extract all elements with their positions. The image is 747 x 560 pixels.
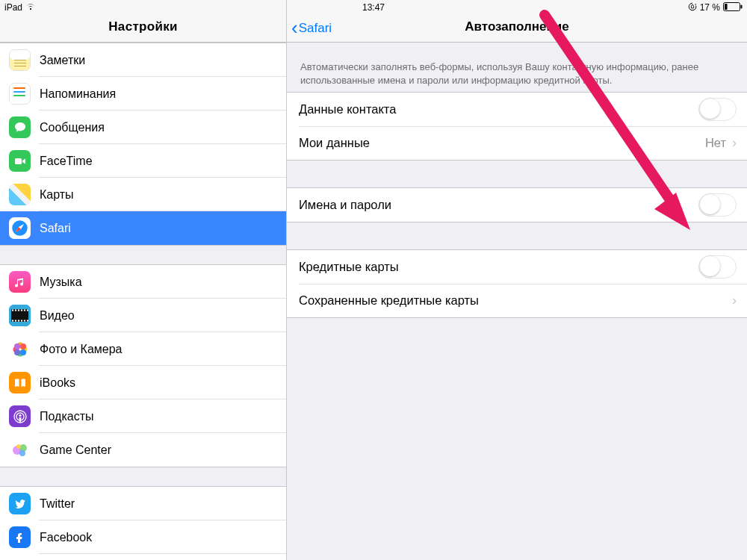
- sidebar-item-music[interactable]: Музыка: [0, 265, 286, 299]
- sidebar-item-podcasts[interactable]: Подкасты: [0, 399, 286, 433]
- reminders-icon: [9, 83, 31, 105]
- photos-icon: [9, 338, 31, 360]
- sidebar-item-ibooks[interactable]: iBooks: [0, 366, 286, 399]
- svg-rect-15: [27, 310, 28, 311]
- sidebar-item-photos[interactable]: Фото и Камера: [0, 332, 286, 366]
- cell-title: Имена и пароли: [299, 198, 698, 212]
- battery-icon: [723, 2, 743, 13]
- cell-credit-cards[interactable]: Кредитные карты: [287, 250, 747, 284]
- notes-icon: [9, 49, 31, 71]
- detail-title: Автозаполнение: [465, 19, 568, 34]
- svg-rect-19: [21, 320, 22, 322]
- svg-point-36: [16, 444, 21, 449]
- cell-title: Сохраненные кредитные карты: [299, 293, 732, 308]
- sidebar-item-label: Напоминания: [40, 87, 116, 101]
- svg-point-29: [14, 343, 20, 349]
- svg-point-32: [19, 414, 21, 416]
- detail-pane: ‹ Safari Автозаполнение Автоматически за…: [287, 0, 747, 560]
- svg-rect-8: [11, 309, 28, 311]
- svg-rect-18: [18, 320, 19, 322]
- sidebar-item-video[interactable]: Видео: [0, 299, 286, 332]
- battery-percent: 17 %: [700, 2, 720, 13]
- twitter-icon: [9, 493, 31, 514]
- group-contact: Данные контакта Мои данные Нет ›: [287, 92, 747, 161]
- sidebar-item-flickr[interactable]: Flickr: [0, 554, 286, 560]
- svg-point-26: [20, 343, 26, 349]
- rotation-lock-icon: [688, 2, 697, 13]
- video-icon: [9, 305, 31, 326]
- sidebar-item-label: Twitter: [40, 497, 75, 511]
- group-cards: Кредитные карты Сохраненные кредитные ка…: [287, 249, 747, 318]
- status-bar: iPad 13:47 17 %: [0, 0, 747, 15]
- sidebar-item-messages[interactable]: Сообщения: [0, 111, 286, 144]
- facebook-icon: [9, 526, 31, 548]
- podcasts-icon: [9, 405, 31, 427]
- sidebar-item-label: Заметки: [40, 54, 85, 67]
- sidebar-item-label: Карты: [40, 188, 74, 202]
- sidebar-item-safari[interactable]: Safari: [0, 211, 286, 245]
- sidebar-item-reminders[interactable]: Напоминания: [0, 77, 286, 111]
- svg-rect-7: [11, 311, 28, 320]
- svg-rect-16: [12, 320, 13, 322]
- chevron-left-icon: ‹: [291, 22, 298, 34]
- back-label: Safari: [299, 21, 332, 36]
- sidebar-item-label: Подкасты: [40, 410, 93, 423]
- back-button[interactable]: ‹ Safari: [291, 21, 332, 36]
- section-caption: Автоматически заполнять веб-формы, испол…: [287, 60, 747, 92]
- maps-icon: [9, 184, 31, 205]
- device-label: iPad: [4, 2, 22, 13]
- svg-point-27: [20, 349, 26, 355]
- sidebar-item-maps[interactable]: Карты: [0, 178, 286, 211]
- ibooks-icon: [9, 372, 31, 393]
- sidebar-item-label: Game Center: [40, 444, 111, 457]
- sidebar-item-label: Видео: [40, 309, 75, 323]
- svg-rect-1: [725, 4, 728, 10]
- group-passwords: Имена и пароли: [287, 187, 747, 223]
- svg-rect-20: [24, 320, 25, 322]
- cell-my-data[interactable]: Мои данные Нет ›: [287, 126, 747, 160]
- sidebar-item-label: iBooks: [40, 376, 75, 390]
- svg-rect-3: [15, 158, 22, 164]
- sidebar-item-notes[interactable]: Заметки: [0, 43, 286, 77]
- sidebar-item-facetime[interactable]: FaceTime: [0, 144, 286, 178]
- sidebar-item-label: Сообщения: [40, 121, 105, 134]
- settings-sidebar: Настройки Заметки Напоминания Сообщения …: [0, 0, 287, 560]
- toggle-contact-data[interactable]: [698, 98, 737, 121]
- cell-title: Мои данные: [299, 136, 705, 150]
- svg-rect-21: [27, 320, 28, 322]
- facetime-icon: [9, 150, 31, 172]
- safari-icon: [9, 217, 31, 239]
- messages-icon: [9, 116, 31, 138]
- svg-rect-13: [21, 310, 22, 311]
- sidebar-item-label: Фото и Камера: [40, 343, 123, 356]
- chevron-right-icon: ›: [732, 135, 737, 151]
- svg-rect-14: [24, 310, 25, 311]
- sidebar-item-label: Музыка: [40, 276, 82, 289]
- cell-contact-data[interactable]: Данные контакта: [287, 93, 747, 126]
- svg-rect-12: [18, 310, 19, 311]
- svg-rect-9: [11, 320, 28, 322]
- cell-value: Нет: [705, 136, 726, 150]
- sidebar-item-label: FaceTime: [40, 155, 93, 168]
- clock: 13:47: [362, 2, 385, 13]
- svg-rect-2: [741, 4, 743, 8]
- wifi-icon: [25, 2, 36, 13]
- sidebar-item-label: Safari: [40, 222, 71, 235]
- cell-title: Кредитные карты: [299, 260, 698, 274]
- svg-point-28: [14, 349, 20, 355]
- gamecenter-icon: [9, 439, 31, 461]
- toggle-names-passwords[interactable]: [698, 193, 737, 217]
- cell-names-passwords[interactable]: Имена и пароли: [287, 188, 747, 222]
- sidebar-item-label: Facebook: [40, 531, 92, 544]
- toggle-credit-cards[interactable]: [698, 255, 737, 279]
- sidebar-item-twitter[interactable]: Twitter: [0, 487, 286, 520]
- svg-point-35: [19, 450, 25, 456]
- svg-rect-10: [12, 310, 13, 311]
- cell-title: Данные контакта: [299, 102, 698, 116]
- svg-rect-11: [15, 310, 16, 311]
- sidebar-title: Настройки: [108, 19, 177, 34]
- music-icon: [9, 271, 31, 293]
- sidebar-item-facebook[interactable]: Facebook: [0, 520, 286, 554]
- sidebar-item-gamecenter[interactable]: Game Center: [0, 433, 286, 467]
- cell-saved-cards[interactable]: Сохраненные кредитные карты ›: [287, 284, 747, 317]
